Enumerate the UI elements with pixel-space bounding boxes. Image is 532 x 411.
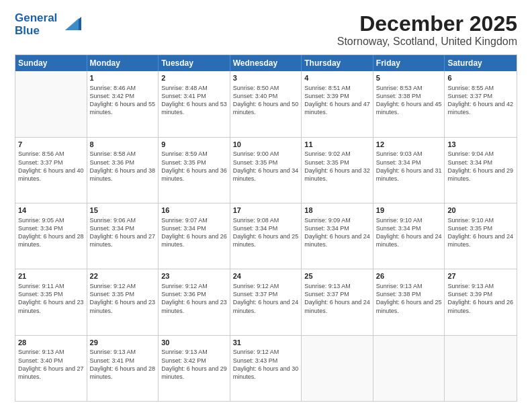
day-number: 17 xyxy=(233,205,299,216)
day-info: Sunrise: 9:10 AMSunset: 3:35 PMDaylight:… xyxy=(447,216,514,249)
day-number: 14 xyxy=(18,205,84,216)
calendar-header: SundayMondayTuesdayWednesdayThursdayFrid… xyxy=(15,55,517,71)
cal-row: 14Sunrise: 9:05 AMSunset: 3:34 PMDayligh… xyxy=(15,203,517,269)
cal-cell: 30Sunrise: 9:13 AMSunset: 3:42 PMDayligh… xyxy=(159,336,230,401)
cal-header-cell: Saturday xyxy=(445,55,517,71)
day-info: Sunrise: 9:11 AMSunset: 3:35 PMDaylight:… xyxy=(18,282,84,315)
day-info: Sunrise: 9:13 AMSunset: 3:37 PMDaylight:… xyxy=(304,282,370,315)
day-number: 21 xyxy=(18,271,84,281)
cal-header-cell: Friday xyxy=(373,55,445,71)
cal-header-cell: Sunday xyxy=(15,55,87,71)
cal-cell: 24Sunrise: 9:12 AMSunset: 3:37 PMDayligh… xyxy=(230,269,302,334)
day-info: Sunrise: 9:12 AMSunset: 3:35 PMDaylight:… xyxy=(90,282,156,315)
day-info: Sunrise: 8:55 AMSunset: 3:37 PMDaylight:… xyxy=(447,84,514,117)
cal-header-cell: Tuesday xyxy=(159,55,230,71)
day-info: Sunrise: 9:13 AMSunset: 3:39 PMDaylight:… xyxy=(447,282,514,315)
logo-text: General Blue xyxy=(15,12,57,37)
cal-cell: 13Sunrise: 9:04 AMSunset: 3:34 PMDayligh… xyxy=(445,138,517,203)
day-info: Sunrise: 8:50 AMSunset: 3:40 PMDaylight:… xyxy=(233,84,299,117)
day-number: 23 xyxy=(161,271,227,281)
logo-general: General xyxy=(15,11,57,24)
day-number: 29 xyxy=(90,338,156,348)
cal-cell: 21Sunrise: 9:11 AMSunset: 3:35 PMDayligh… xyxy=(15,269,87,334)
day-number: 22 xyxy=(90,271,156,281)
cal-cell: 8Sunrise: 8:58 AMSunset: 3:36 PMDaylight… xyxy=(87,138,159,203)
cal-cell: 27Sunrise: 9:13 AMSunset: 3:39 PMDayligh… xyxy=(445,269,517,334)
day-info: Sunrise: 8:56 AMSunset: 3:37 PMDaylight:… xyxy=(18,150,84,183)
day-info: Sunrise: 9:07 AMSunset: 3:34 PMDaylight:… xyxy=(161,216,227,249)
page: General Blue December 2025 Stornoway, Sc… xyxy=(0,0,532,411)
day-number: 16 xyxy=(161,205,227,216)
day-number: 26 xyxy=(376,271,442,281)
cal-cell: 2Sunrise: 8:48 AMSunset: 3:41 PMDaylight… xyxy=(159,71,230,136)
cal-cell: 26Sunrise: 9:13 AMSunset: 3:38 PMDayligh… xyxy=(373,269,445,334)
day-number: 5 xyxy=(376,73,442,83)
day-info: Sunrise: 9:08 AMSunset: 3:34 PMDaylight:… xyxy=(233,216,299,249)
cal-cell: 5Sunrise: 8:53 AMSunset: 3:38 PMDaylight… xyxy=(373,71,445,136)
cal-cell: 31Sunrise: 9:12 AMSunset: 3:43 PMDayligh… xyxy=(230,336,302,401)
cal-cell: 12Sunrise: 9:03 AMSunset: 3:34 PMDayligh… xyxy=(373,138,445,203)
cal-cell xyxy=(15,71,87,136)
day-number: 18 xyxy=(304,205,370,216)
cal-cell: 4Sunrise: 8:51 AMSunset: 3:39 PMDaylight… xyxy=(302,71,373,136)
cal-cell: 22Sunrise: 9:12 AMSunset: 3:35 PMDayligh… xyxy=(87,269,159,334)
day-info: Sunrise: 8:59 AMSunset: 3:35 PMDaylight:… xyxy=(161,150,227,183)
day-number: 24 xyxy=(233,271,299,281)
calendar-body: 1Sunrise: 8:46 AMSunset: 3:42 PMDaylight… xyxy=(15,71,517,401)
cal-cell xyxy=(302,336,373,401)
day-info: Sunrise: 9:10 AMSunset: 3:34 PMDaylight:… xyxy=(376,216,442,249)
day-info: Sunrise: 9:03 AMSunset: 3:34 PMDaylight:… xyxy=(376,150,442,183)
day-info: Sunrise: 9:04 AMSunset: 3:34 PMDaylight:… xyxy=(447,150,514,183)
day-info: Sunrise: 9:12 AMSunset: 3:37 PMDaylight:… xyxy=(233,282,299,315)
day-number: 12 xyxy=(376,140,442,150)
day-info: Sunrise: 9:13 AMSunset: 3:41 PMDaylight:… xyxy=(90,348,156,381)
day-number: 27 xyxy=(447,271,514,281)
day-number: 31 xyxy=(233,338,299,348)
day-number: 25 xyxy=(304,271,370,281)
cal-cell: 23Sunrise: 9:12 AMSunset: 3:36 PMDayligh… xyxy=(159,269,230,334)
cal-cell: 14Sunrise: 9:05 AMSunset: 3:34 PMDayligh… xyxy=(15,203,87,269)
day-number: 30 xyxy=(161,338,227,348)
cal-cell: 6Sunrise: 8:55 AMSunset: 3:37 PMDaylight… xyxy=(445,71,517,136)
title-block: December 2025 Stornoway, Scotland, Unite… xyxy=(337,12,517,48)
day-number: 15 xyxy=(90,205,156,216)
logo-icon xyxy=(60,11,81,33)
day-info: Sunrise: 8:48 AMSunset: 3:41 PMDaylight:… xyxy=(161,84,227,117)
cal-cell: 16Sunrise: 9:07 AMSunset: 3:34 PMDayligh… xyxy=(159,203,230,269)
cal-cell: 10Sunrise: 9:00 AMSunset: 3:35 PMDayligh… xyxy=(230,138,302,203)
page-title: December 2025 xyxy=(337,12,517,36)
day-number: 13 xyxy=(447,140,514,150)
cal-header-cell: Monday xyxy=(87,55,159,71)
cal-cell: 19Sunrise: 9:10 AMSunset: 3:34 PMDayligh… xyxy=(373,203,445,269)
day-info: Sunrise: 9:13 AMSunset: 3:38 PMDaylight:… xyxy=(376,282,442,315)
day-info: Sunrise: 9:12 AMSunset: 3:43 PMDaylight:… xyxy=(233,348,299,381)
day-number: 2 xyxy=(161,73,227,83)
cal-row: 1Sunrise: 8:46 AMSunset: 3:42 PMDaylight… xyxy=(15,71,517,137)
day-number: 1 xyxy=(90,73,156,83)
calendar: SundayMondayTuesdayWednesdayThursdayFrid… xyxy=(15,54,517,402)
cal-header-cell: Wednesday xyxy=(230,55,302,71)
cal-cell: 11Sunrise: 9:02 AMSunset: 3:35 PMDayligh… xyxy=(302,138,373,203)
cal-row: 21Sunrise: 9:11 AMSunset: 3:35 PMDayligh… xyxy=(15,269,517,335)
cal-cell xyxy=(373,336,445,401)
cal-cell: 15Sunrise: 9:06 AMSunset: 3:34 PMDayligh… xyxy=(87,203,159,269)
cal-cell: 3Sunrise: 8:50 AMSunset: 3:40 PMDaylight… xyxy=(230,71,302,136)
day-number: 3 xyxy=(233,73,299,83)
day-info: Sunrise: 8:53 AMSunset: 3:38 PMDaylight:… xyxy=(376,84,442,117)
cal-header-cell: Thursday xyxy=(302,55,373,71)
header: General Blue December 2025 Stornoway, Sc… xyxy=(15,12,517,48)
day-info: Sunrise: 9:05 AMSunset: 3:34 PMDaylight:… xyxy=(18,216,84,249)
cal-row: 7Sunrise: 8:56 AMSunset: 3:37 PMDaylight… xyxy=(15,138,517,203)
day-info: Sunrise: 9:13 AMSunset: 3:42 PMDaylight:… xyxy=(161,348,227,381)
logo: General Blue xyxy=(15,12,81,37)
day-number: 28 xyxy=(18,338,84,348)
day-number: 11 xyxy=(304,140,370,150)
day-info: Sunrise: 9:06 AMSunset: 3:34 PMDaylight:… xyxy=(90,216,156,249)
day-number: 7 xyxy=(18,140,84,150)
page-subtitle: Stornoway, Scotland, United Kingdom xyxy=(337,36,517,48)
cal-cell: 18Sunrise: 9:09 AMSunset: 3:34 PMDayligh… xyxy=(302,203,373,269)
day-info: Sunrise: 9:12 AMSunset: 3:36 PMDaylight:… xyxy=(161,282,227,315)
cal-cell: 28Sunrise: 9:13 AMSunset: 3:40 PMDayligh… xyxy=(15,336,87,401)
cal-cell: 1Sunrise: 8:46 AMSunset: 3:42 PMDaylight… xyxy=(87,71,159,136)
day-number: 20 xyxy=(447,205,514,216)
